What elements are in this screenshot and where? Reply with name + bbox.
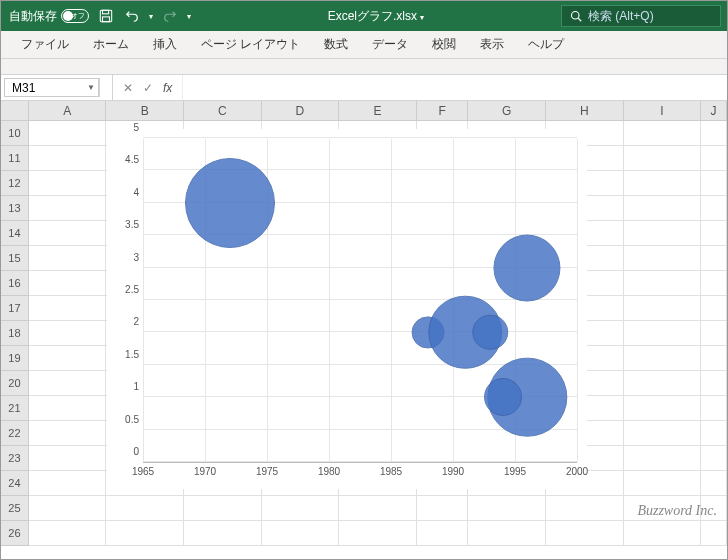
tab-formulas[interactable]: 数式	[312, 31, 360, 58]
cell[interactable]	[701, 446, 727, 471]
cell[interactable]	[701, 271, 727, 296]
cell[interactable]	[184, 521, 262, 546]
cell[interactable]	[29, 121, 107, 146]
row-header[interactable]: 22	[1, 421, 29, 446]
tab-insert[interactable]: 挿入	[141, 31, 189, 58]
cell[interactable]	[29, 146, 107, 171]
column-header[interactable]: A	[29, 101, 107, 120]
row-header[interactable]: 24	[1, 471, 29, 496]
tab-data[interactable]: データ	[360, 31, 420, 58]
cell[interactable]	[624, 246, 702, 271]
row-header[interactable]: 23	[1, 446, 29, 471]
cell[interactable]	[29, 171, 107, 196]
cell[interactable]	[624, 396, 702, 421]
bubble-point[interactable]	[472, 315, 507, 350]
cell[interactable]	[29, 471, 107, 496]
cell[interactable]	[624, 171, 702, 196]
cell[interactable]	[701, 221, 727, 246]
cell[interactable]	[701, 171, 727, 196]
cell[interactable]	[624, 346, 702, 371]
column-header[interactable]: I	[624, 101, 702, 120]
cell[interactable]	[106, 521, 184, 546]
cell[interactable]	[701, 296, 727, 321]
cell[interactable]	[29, 221, 107, 246]
row-header[interactable]: 25	[1, 496, 29, 521]
column-header[interactable]: E	[339, 101, 417, 120]
cell[interactable]	[624, 146, 702, 171]
cell[interactable]	[546, 496, 624, 521]
cell[interactable]	[701, 396, 727, 421]
cancel-icon[interactable]: ✕	[123, 81, 133, 95]
cell[interactable]	[701, 146, 727, 171]
save-icon[interactable]	[97, 7, 115, 25]
cell[interactable]	[29, 446, 107, 471]
cell[interactable]	[701, 371, 727, 396]
row-header[interactable]: 21	[1, 396, 29, 421]
tab-review[interactable]: 校閲	[420, 31, 468, 58]
cell[interactable]	[29, 346, 107, 371]
autosave-toggle[interactable]: 自動保存 オフ	[9, 8, 89, 25]
search-box[interactable]: 検索 (Alt+Q)	[561, 5, 721, 27]
tab-view[interactable]: 表示	[468, 31, 516, 58]
cell[interactable]	[29, 246, 107, 271]
row-header[interactable]: 15	[1, 246, 29, 271]
cell[interactable]	[29, 271, 107, 296]
cell[interactable]	[29, 421, 107, 446]
cell[interactable]	[29, 396, 107, 421]
bubble-chart[interactable]: 00.511.522.533.544.551965197019751980198…	[107, 129, 587, 489]
chevron-down-icon[interactable]: ▼	[87, 83, 95, 92]
cell[interactable]	[624, 521, 702, 546]
cell[interactable]	[701, 471, 727, 496]
undo-dropdown-icon[interactable]: ▾	[149, 12, 153, 21]
cell[interactable]	[262, 521, 340, 546]
cell[interactable]	[29, 321, 107, 346]
cell[interactable]	[701, 346, 727, 371]
cell[interactable]	[624, 421, 702, 446]
cell[interactable]	[184, 496, 262, 521]
tab-pagelayout[interactable]: ページ レイアウト	[189, 31, 312, 58]
column-header[interactable]: J	[701, 101, 727, 120]
fx-icon[interactable]: fx	[163, 81, 172, 95]
tab-help[interactable]: ヘルプ	[516, 31, 576, 58]
cell[interactable]	[468, 521, 546, 546]
title-dropdown-icon[interactable]: ▾	[420, 13, 424, 22]
column-header[interactable]: F	[417, 101, 469, 120]
cell[interactable]	[417, 521, 469, 546]
row-header[interactable]: 14	[1, 221, 29, 246]
cell[interactable]	[624, 121, 702, 146]
cell[interactable]	[339, 521, 417, 546]
row-header[interactable]: 26	[1, 521, 29, 546]
row-header[interactable]: 19	[1, 346, 29, 371]
row-header[interactable]: 16	[1, 271, 29, 296]
cell[interactable]	[339, 496, 417, 521]
cell[interactable]	[29, 371, 107, 396]
cell[interactable]	[624, 471, 702, 496]
cell[interactable]	[29, 496, 107, 521]
column-header[interactable]: D	[262, 101, 340, 120]
cell[interactable]	[29, 521, 107, 546]
column-header[interactable]: C	[184, 101, 262, 120]
cell[interactable]	[624, 271, 702, 296]
row-header[interactable]: 10	[1, 121, 29, 146]
cell[interactable]	[417, 496, 469, 521]
row-header[interactable]: 13	[1, 196, 29, 221]
cell[interactable]	[468, 496, 546, 521]
cell[interactable]	[546, 521, 624, 546]
row-header[interactable]: 17	[1, 296, 29, 321]
cell[interactable]	[701, 246, 727, 271]
bubble-point[interactable]	[185, 158, 275, 248]
cell[interactable]	[701, 121, 727, 146]
bubble-point[interactable]	[484, 378, 522, 416]
cell[interactable]	[624, 371, 702, 396]
cell[interactable]	[29, 296, 107, 321]
enter-icon[interactable]: ✓	[143, 81, 153, 95]
cell[interactable]	[106, 496, 184, 521]
undo-icon[interactable]	[123, 7, 141, 25]
tab-file[interactable]: ファイル	[9, 31, 81, 58]
cell[interactable]	[701, 321, 727, 346]
cell[interactable]	[624, 221, 702, 246]
cell[interactable]	[701, 521, 727, 546]
formula-input[interactable]	[183, 75, 727, 100]
cell[interactable]	[624, 196, 702, 221]
tab-home[interactable]: ホーム	[81, 31, 141, 58]
